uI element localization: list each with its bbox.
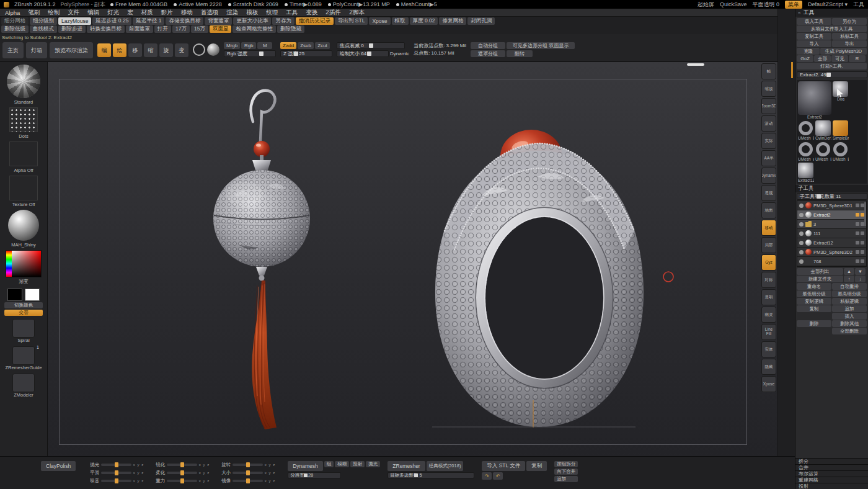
deformation-slider[interactable]: 噪音 x y z [83,477,144,485]
paint-icon[interactable] [856,231,859,235]
tool-panel-button[interactable]: 导出 [832,40,867,47]
visibility-eye-icon[interactable] [799,250,804,254]
slider-track[interactable] [167,472,197,474]
tool-index-slider[interactable]: Extract2. 49 [797,71,867,78]
shelf-button[interactable]: 删除步进 [58,25,86,33]
slider-handle[interactable] [246,462,250,467]
paint-icon[interactable] [856,250,859,254]
tool-panel-button[interactable]: 灯箱>工具. [797,63,867,70]
shelf-button[interactable]: 曲线模式 [30,25,57,33]
import-stl-button[interactable]: 导入 STL 文件 [482,461,525,471]
sculpt-icon[interactable] [861,231,864,235]
visibility-eye-icon[interactable] [799,204,804,208]
tool-panel-button[interactable]: R [849,55,866,62]
shelf-button[interactable]: 17万 [172,25,190,33]
deformation-slider[interactable]: 大小 x y z [215,469,275,477]
edit-mode-icon[interactable]: 移 [128,43,142,57]
subtool-action-button[interactable]: 复制逻辑 [797,298,831,305]
visibility-eye-icon[interactable] [799,222,804,227]
shelf-button[interactable]: 延迟步进 0.25 [92,17,131,25]
view-tab[interactable]: 灯箱 [26,42,47,58]
slider-handle[interactable] [115,478,118,483]
focal-shift-slider[interactable]: 焦点衰减 0 [337,42,405,49]
saturation-square[interactable] [12,251,41,277]
subtool-action-button[interactable]: 追加 [832,305,867,312]
subtool-row[interactable]: Extract12 [797,238,866,248]
viewport-tool-icon[interactable]: 透视 [761,185,776,201]
menu-item[interactable]: 移动 [181,9,193,17]
color-mode-button[interactable]: M [257,42,272,49]
deformation-slider[interactable]: 抛光 x y z [83,461,144,469]
menu-item[interactable]: 宏 [127,9,133,17]
slider-track[interactable] [167,464,197,466]
shelf-button[interactable]: 细分网格 [1,17,29,25]
menu-item[interactable]: 编辑 [87,9,99,17]
axis-toggle-labels[interactable]: x y z [133,479,144,483]
slider-track[interactable] [101,472,131,474]
alt-color-button[interactable]: 交替 [4,310,43,316]
edit-mode-icon[interactable]: 变 [175,43,188,57]
hue-strip[interactable] [6,251,12,277]
axis-toggle-labels[interactable]: x y z [133,471,144,475]
menu-item[interactable]: 渲染 [226,9,238,17]
menu-item[interactable]: 模板 [246,9,258,17]
subtool-action-button[interactable]: 删除其他 [832,320,867,327]
viewport-tool-icon[interactable]: 帧 [761,63,776,79]
sculpt-mode-button[interactable]: Zadd [280,42,296,49]
deformation-slider[interactable]: 重力 x y z [149,477,210,485]
visibility-eye-icon[interactable] [799,231,804,236]
subtool-action-button[interactable]: 最高细分级 [832,290,867,297]
slider-handle[interactable] [246,478,250,483]
subtool-action-button[interactable]: ▼ [855,268,866,275]
shelf-button[interactable]: 更新大小比率 [233,17,271,25]
edit-mode-icon[interactable]: 缩 [144,43,157,57]
dynamesh-button[interactable]: Dynamesh [288,461,323,471]
subtool-row[interactable]: PM3D_Sphere3D1 [797,201,866,210]
shelf-button[interactable]: 前面遮罩 [126,25,153,33]
tool-thumb[interactable]: UMesh_Extract5 [833,141,849,161]
shelf-button[interactable]: 存储变换目标 [166,17,203,25]
zremesher-button[interactable]: ZRemesher [388,461,425,471]
titlebar-button[interactable]: 菜单 [785,1,802,9]
shelf-button[interactable]: 背面遮罩 [205,17,232,25]
polygroup-button[interactable]: 可见多边形分组 双面显示 [507,42,575,49]
redo-arrow-icon[interactable]: ↷ [482,472,492,480]
viewport-tool-icon[interactable]: 移动 [761,220,776,236]
sculpt-mode-button[interactable]: Zsub [298,42,314,49]
merge-button[interactable]: 按组拆分 [554,461,578,467]
slider-track[interactable] [232,480,263,482]
shelf-button[interactable]: 撤消历史记录 [296,17,334,25]
viewport-tool-icon[interactable]: 缩放 [761,81,776,97]
visibility-eye-icon[interactable] [799,213,804,217]
main-color-swatch[interactable] [7,289,22,301]
legacy-mode-button[interactable]: 经典模式(2018) [427,461,464,471]
menu-item[interactable]: Z脚本 [349,9,365,17]
menu-item[interactable]: 文件 [68,9,79,17]
viewport-tool-icon[interactable]: 地面 [761,202,776,218]
shelf-button[interactable]: 封闭孔洞 [467,17,495,25]
tool-panel-button[interactable]: 另存为 [832,18,867,25]
switch-color-button[interactable]: 切换颜色 [4,302,43,308]
menu-item[interactable]: 笔刷 [28,9,40,17]
subtool-action-button[interactable]: 重命名 [797,283,831,290]
axis-toggle-labels[interactable]: x y z [133,463,144,467]
tool-panel-button[interactable]: 全部 [814,55,831,62]
viewport-tool-icon[interactable]: 幽灵 [761,307,776,323]
viewport-tool-icon[interactable]: Xpose [761,376,776,392]
dynamesh-resolution-slider[interactable]: 分辨率 128 [288,472,341,478]
deformation-slider[interactable]: 旋转 x y z [215,461,275,469]
tool-thumb[interactable]: Extract12 [798,163,814,182]
stroke-preview-icon[interactable] [193,43,205,56]
viewport-tool-icon[interactable]: Zoom3D [761,98,776,114]
subpalette-header[interactable]: 布尔运算 [795,470,868,477]
subtool-row[interactable]: Extract2 [797,210,866,220]
menu-item[interactable]: 灯光 [107,9,119,17]
paint-icon[interactable] [856,222,859,226]
menu-item[interactable]: 首选项 [201,9,219,17]
model-pendant[interactable] [213,91,310,429]
viewport-tool-icon[interactable]: 隐藏 [761,359,776,375]
tool-thumb[interactable]: CylinDer3D [815,120,831,140]
shelf-button[interactable]: LazyMouse [58,17,91,25]
viewport-tool-icon[interactable]: Line Fill [761,324,776,340]
slider-handle[interactable] [246,470,250,475]
